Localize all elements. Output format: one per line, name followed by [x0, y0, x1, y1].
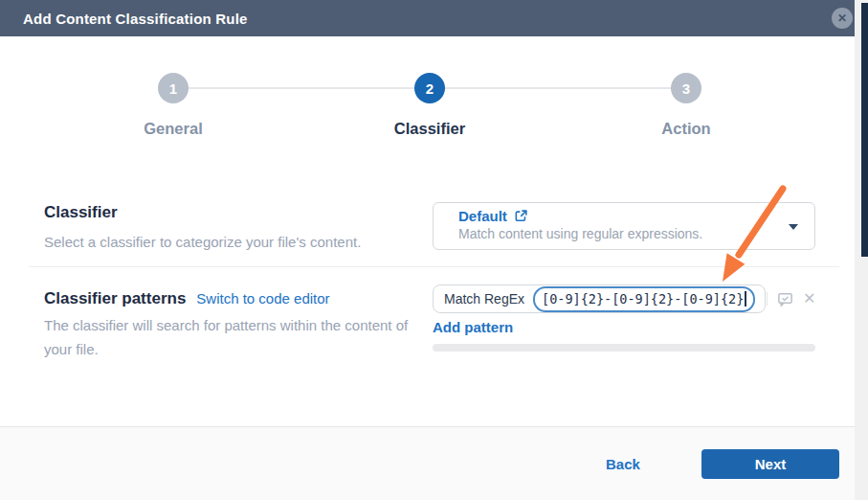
- regex-pattern-value: [0-9]{2}-[0-9]{2}-[0-9]{2}: [542, 291, 744, 307]
- vertical-scrollbar-track[interactable]: [855, 0, 868, 500]
- modal-header: Add Content Classification Rule: [0, 0, 855, 36]
- horizontal-scrollbar-thumb[interactable]: [433, 344, 815, 352]
- step-3-label: Action: [610, 120, 763, 138]
- modal-title: Add Content Classification Rule: [23, 11, 248, 27]
- add-content-classification-rule-modal: Add Content Classification Rule ✕ 1 2 3 …: [0, 0, 868, 500]
- step-3-number: 3: [682, 80, 690, 97]
- text-caret: [745, 291, 746, 307]
- patterns-section-title: Classifier patterns: [44, 289, 186, 308]
- regex-pattern-input[interactable]: [0-9]{2}-[0-9]{2}-[0-9]{2}: [533, 286, 755, 312]
- icon-divider: [767, 292, 768, 306]
- classifier-dropdown-description: Match content using regular expressions.: [458, 226, 776, 241]
- chevron-down-icon: [789, 224, 798, 230]
- step-3-circle[interactable]: 3: [671, 73, 701, 103]
- external-link-icon[interactable]: [514, 209, 528, 223]
- classifier-section-description: Select a classifier to categorize your f…: [44, 230, 431, 254]
- test-pattern-comment-check-icon[interactable]: [776, 290, 794, 308]
- step-2-circle[interactable]: 2: [414, 73, 445, 103]
- back-button[interactable]: Back: [606, 456, 640, 472]
- pattern-row: Match RegEx [0-9]{2}-[0-9]{2}-[0-9]{2}: [433, 284, 766, 313]
- step-2-label: Classifier: [353, 120, 506, 138]
- vertical-scrollbar-thumb[interactable]: [861, 3, 868, 257]
- close-button[interactable]: ✕: [832, 8, 853, 29]
- step-1-label: General: [97, 120, 250, 138]
- add-pattern-link[interactable]: Add pattern: [433, 319, 513, 335]
- pattern-type-selector[interactable]: Match RegEx: [444, 291, 524, 307]
- close-icon: ✕: [837, 11, 847, 25]
- classifier-section-title: Classifier: [44, 203, 118, 222]
- patterns-section-description: The classifier will search for patterns …: [44, 313, 431, 361]
- switch-to-code-editor-link[interactable]: Switch to code editor: [196, 290, 329, 307]
- remove-pattern-icon[interactable]: ✕: [803, 291, 815, 307]
- section-divider: [29, 266, 839, 267]
- next-button[interactable]: Next: [701, 449, 839, 479]
- step-2-number: 2: [426, 80, 434, 97]
- classifier-dropdown[interactable]: Default Match content using regular expr…: [433, 202, 815, 250]
- step-1-circle[interactable]: 1: [158, 73, 189, 103]
- classifier-dropdown-selected: Default: [458, 208, 507, 224]
- step-1-number: 1: [169, 80, 177, 97]
